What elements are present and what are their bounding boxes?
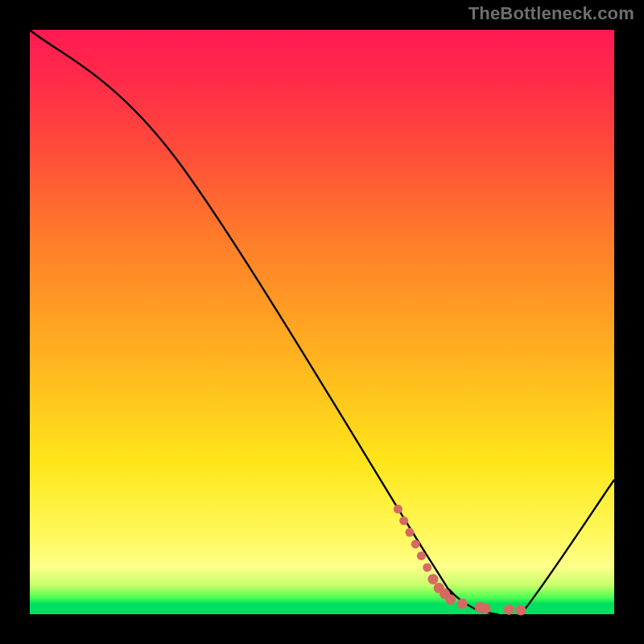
plot-area bbox=[30, 30, 614, 614]
highlight-dot bbox=[423, 563, 431, 572]
highlight-dot bbox=[411, 539, 420, 548]
highlight-dot bbox=[394, 505, 402, 514]
highlight-dot bbox=[405, 528, 414, 537]
attribution-label: TheBottleneck.com bbox=[469, 3, 634, 24]
highlight-dot bbox=[481, 603, 491, 613]
highlight-dot bbox=[399, 516, 408, 525]
highlight-dot bbox=[457, 598, 468, 609]
highlight-dot bbox=[445, 594, 456, 605]
highlight-dot bbox=[427, 574, 438, 584]
highlight-dot bbox=[515, 605, 526, 615]
chart-frame: TheBottleneck.com bbox=[0, 0, 644, 644]
highlight-dot bbox=[417, 551, 426, 560]
highlight-dot bbox=[504, 605, 514, 615]
bottleneck-curve-path bbox=[30, 30, 614, 625]
curve-layer bbox=[30, 30, 614, 614]
